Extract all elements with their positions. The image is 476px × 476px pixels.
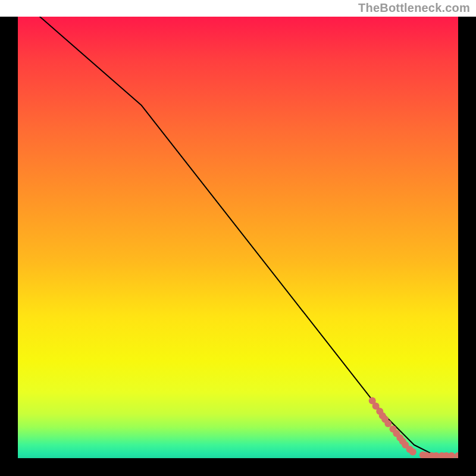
chart-frame [0, 17, 476, 476]
data-point [409, 449, 416, 456]
data-point [455, 452, 458, 458]
plot-area [18, 17, 458, 458]
chart-overlay [18, 17, 458, 458]
chart-viewport: TheBottleneck.com [0, 0, 476, 476]
series-curve [40, 17, 458, 456]
attribution-text: TheBottleneck.com [358, 1, 470, 15]
data-point [448, 452, 455, 458]
series-points [369, 397, 458, 458]
data-point [384, 420, 392, 427]
